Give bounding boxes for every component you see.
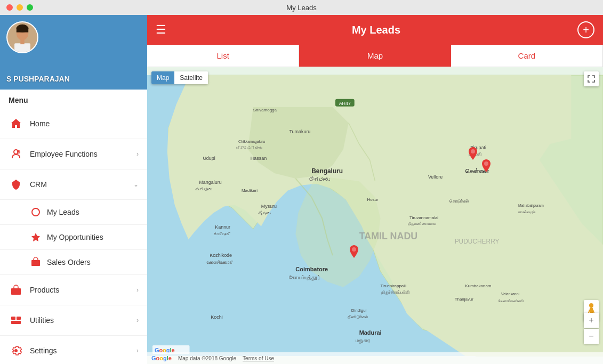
- svg-point-65: [352, 247, 356, 252]
- svg-text:Udupi: Udupi: [203, 156, 215, 161]
- products-chevron-icon: ›: [136, 286, 139, 294]
- employee-functions-label: Employee Functions: [30, 150, 136, 158]
- svg-point-9: [32, 208, 39, 216]
- zoom-in-button[interactable]: +: [584, 313, 599, 328]
- map-area: AH47 Bengaluru ಬೆಂಗಳೂರು சென்னை Vellore க…: [147, 67, 603, 364]
- sidebar-item-home[interactable]: Home: [0, 109, 147, 139]
- svg-marker-10: [31, 233, 40, 241]
- menu-label: Menu: [0, 90, 147, 109]
- svg-text:ಚಿಕ್ಕಮಗಳೂರು: ಚಿಕ್ಕಮಗಳೂರು: [236, 145, 262, 150]
- svg-text:Hassan: Hassan: [251, 156, 267, 161]
- sidebar-item-crm[interactable]: CRM ⌄: [0, 169, 147, 200]
- svg-text:Kozhikode: Kozhikode: [210, 253, 232, 258]
- tab-bar: List Map Card: [147, 45, 603, 67]
- minimize-button[interactable]: [17, 4, 23, 11]
- svg-text:TAMIL NADU: TAMIL NADU: [359, 231, 418, 241]
- tab-map[interactable]: Map: [299, 45, 451, 67]
- svg-text:Velankanni: Velankanni: [501, 292, 519, 296]
- svg-text:ಕಾಣ್ಣೂರ್: ಕಾಣ್ಣೂರ್: [213, 232, 230, 237]
- map-data-attribution: Map data ©2018 Google: [178, 355, 236, 361]
- svg-text:AH47: AH47: [339, 101, 351, 106]
- map-marker-3[interactable]: [348, 245, 360, 262]
- add-button[interactable]: +: [577, 21, 594, 38]
- svg-text:PUDUCHERRY: PUDUCHERRY: [455, 238, 500, 245]
- sidebar-item-products[interactable]: Products ›: [0, 275, 147, 305]
- svg-rect-14: [17, 317, 21, 320]
- sales-orders-icon: [30, 256, 42, 268]
- svg-text:ಮಂಗಳೂರು: ಮಂಗಳೂರು: [195, 187, 212, 192]
- svg-text:Coimbatore: Coimbatore: [295, 266, 328, 272]
- hamburger-icon[interactable]: ☰: [156, 23, 166, 37]
- svg-text:Mysuru: Mysuru: [261, 204, 277, 209]
- settings-label: Settings: [30, 346, 136, 355]
- svg-text:Tiruchirappalli: Tiruchirappalli: [380, 284, 406, 288]
- svg-text:கோயம்புத்தூர்: கோயம்புத்தூர்: [289, 274, 320, 281]
- tab-list[interactable]: List: [147, 45, 299, 67]
- my-leads-label: My Leads: [47, 208, 79, 216]
- crm-chevron-icon: ⌄: [133, 181, 139, 188]
- header-title: My Leads: [175, 24, 577, 36]
- map-type-satellite-button[interactable]: Satellite: [174, 71, 208, 84]
- map-background: AH47 Bengaluru ಬೆಂಗಳೂರು சென்னை Vellore க…: [147, 67, 603, 364]
- svg-text:வேளாங்கண்ணி: வேளாங்கண்ணி: [499, 299, 524, 303]
- map-attribution: Google Map data ©2018 Google Terms of Us…: [147, 352, 603, 364]
- utilities-chevron-icon: ›: [136, 317, 139, 324]
- main-content: ☰ My Leads + List Map Card: [147, 15, 603, 364]
- svg-rect-11: [31, 260, 40, 266]
- title-bar: My Leads: [0, 0, 603, 15]
- svg-point-66: [589, 303, 593, 308]
- sidebar-item-settings[interactable]: Settings ›: [0, 336, 147, 364]
- maximize-button[interactable]: [27, 4, 33, 11]
- my-opportunities-label: My Opportunities: [47, 233, 103, 241]
- map-type-controls: Map Satellite: [151, 71, 208, 84]
- svg-text:Mangaluru: Mangaluru: [199, 180, 221, 185]
- map-zoom-controls: + −: [584, 313, 599, 345]
- svg-text:கொடுக்கல்: கொடுக்கல்: [449, 199, 469, 204]
- user-name: S PUSHPARAJAN: [6, 75, 70, 83]
- svg-rect-13: [11, 317, 15, 320]
- sidebar-item-my-opportunities[interactable]: My Opportunities: [0, 225, 147, 250]
- map-svg: AH47 Bengaluru ಬೆಂಗಳೂರು சென்னை Vellore க…: [147, 67, 603, 364]
- home-icon: [9, 116, 23, 131]
- zoom-out-button[interactable]: −: [584, 329, 599, 344]
- svg-text:ക്കോഴിക്കോട്: ക്കോഴിക്കോട്: [206, 260, 233, 265]
- svg-text:Madurai: Madurai: [359, 329, 382, 336]
- utilities-label: Utilities: [30, 316, 136, 325]
- svg-rect-3: [17, 27, 28, 32]
- map-marker-1[interactable]: [467, 147, 479, 164]
- svg-text:♂: ♂: [18, 150, 21, 155]
- avatar: [6, 21, 38, 53]
- terms-of-use-link[interactable]: Terms of Use: [243, 355, 274, 361]
- sidebar-item-my-leads[interactable]: My Leads: [0, 200, 147, 225]
- products-icon: [9, 282, 23, 297]
- svg-text:மாமல்லபுரம்: மாமல்லபுரம்: [518, 210, 536, 214]
- window-controls: [6, 4, 33, 11]
- svg-point-64: [484, 161, 488, 166]
- map-marker-2[interactable]: [480, 159, 493, 176]
- svg-text:Vellore: Vellore: [428, 174, 443, 180]
- map-fullscreen-button[interactable]: [584, 71, 599, 86]
- svg-text:திண்டுக்கல்: திண்டுக்கல்: [348, 314, 368, 320]
- map-type-map-button[interactable]: Map: [151, 71, 174, 84]
- svg-text:மதுரை: மதுரை: [356, 337, 371, 344]
- svg-text:Kumbakonam: Kumbakonam: [465, 284, 492, 288]
- sidebar: S PUSHPARAJAN Menu Home: [0, 15, 147, 364]
- svg-point-63: [471, 149, 475, 153]
- my-opportunities-icon: [30, 231, 42, 243]
- close-button[interactable]: [6, 4, 13, 11]
- sales-orders-label: Sales Orders: [47, 258, 91, 266]
- products-label: Products: [30, 286, 136, 294]
- tab-card[interactable]: Card: [451, 45, 603, 67]
- svg-text:ಬೆಂಗಳೂರು: ಬೆಂಗಳೂರು: [309, 176, 330, 182]
- svg-text:Kannur: Kannur: [215, 224, 230, 230]
- settings-chevron-icon: ›: [136, 347, 139, 354]
- sidebar-item-sales-orders[interactable]: Sales Orders: [0, 250, 147, 275]
- sidebar-item-employee-functions[interactable]: ♂ Employee Functions ›: [0, 139, 147, 169]
- svg-text:Dindigul: Dindigul: [351, 308, 367, 313]
- svg-rect-12: [11, 288, 21, 295]
- svg-text:Shivamogga: Shivamogga: [253, 108, 277, 112]
- window-title: My Leads: [286, 4, 316, 12]
- app-container: S PUSHPARAJAN Menu Home: [0, 15, 603, 364]
- sidebar-item-utilities[interactable]: Utilities ›: [0, 305, 147, 336]
- svg-text:Bengaluru: Bengaluru: [311, 167, 343, 175]
